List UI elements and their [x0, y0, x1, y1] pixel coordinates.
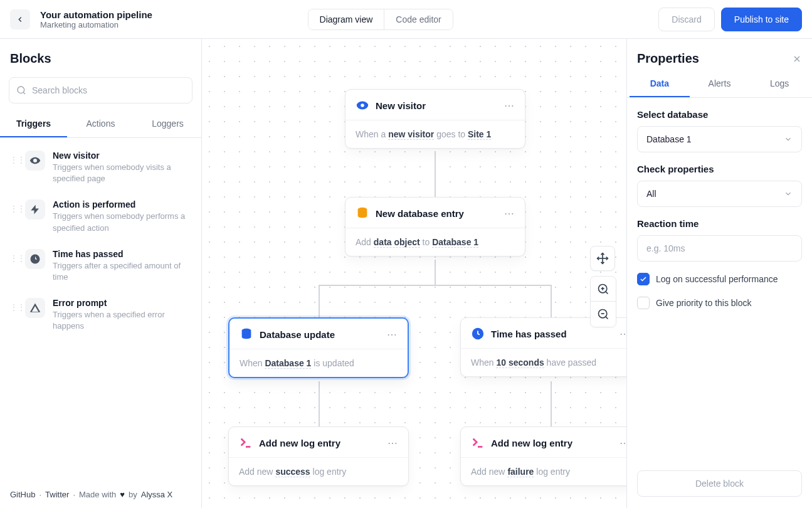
footer-author-link[interactable]: Alyssa X — [141, 490, 173, 499]
node-log-failure[interactable]: Add new log entry ⋯ Add new failure log … — [460, 426, 626, 486]
select-value: Database 1 — [646, 134, 692, 144]
block-new-visitor[interactable]: ⋮⋮ New visitor Triggers when somebody vi… — [0, 143, 201, 192]
delete-block-button[interactable]: Delete block — [637, 470, 802, 497]
check-properties-dropdown[interactable]: All — [637, 181, 802, 207]
view-switcher: Diagram view Code editor — [308, 9, 453, 30]
node-log-success[interactable]: Add new log entry ⋯ Add new success log … — [228, 426, 409, 486]
node-title: Add new log entry — [259, 438, 381, 448]
node-menu-button[interactable]: ⋯ — [504, 100, 515, 112]
database-icon — [356, 206, 369, 220]
log-success-checkbox[interactable] — [637, 273, 650, 285]
zoom-in-icon — [597, 283, 609, 295]
page-title-block: Your automation pipeline Marketing autom… — [40, 9, 152, 29]
priority-label: Give priority to this block — [656, 298, 752, 308]
reaction-time-input[interactable] — [637, 235, 802, 262]
svg-line-13 — [606, 291, 608, 294]
node-body: Add data object to Database 1 — [345, 228, 525, 256]
zoom-out-icon — [597, 308, 609, 320]
tab-logs[interactable]: Logs — [749, 71, 809, 97]
node-body: Add new success log entry — [229, 458, 408, 485]
clock-icon — [25, 249, 45, 269]
block-action-performed[interactable]: ⋮⋮ Action is performed Triggers when som… — [0, 192, 201, 241]
tab-diagram-view[interactable]: Diagram view — [308, 9, 385, 29]
tab-actions[interactable]: Actions — [67, 111, 134, 137]
chevron-down-icon — [784, 135, 793, 144]
block-desc: Triggers when somebody visits a specifie… — [53, 162, 191, 184]
chevron-down-icon — [784, 189, 793, 198]
close-icon — [792, 54, 802, 64]
close-panel-button[interactable] — [792, 54, 802, 64]
block-desc: Triggers after a specified amount of tim… — [53, 260, 191, 283]
node-body: When 10 seconds have passed — [461, 349, 626, 376]
chevron-left-icon — [16, 15, 24, 24]
select-value: All — [646, 189, 656, 199]
node-body: Add new failure log entry — [461, 458, 626, 485]
node-menu-button[interactable]: ⋯ — [620, 328, 626, 340]
discard-button[interactable]: Discard — [658, 8, 714, 31]
block-title: Error prompt — [53, 298, 191, 308]
node-body: When Database 1 is updated — [229, 349, 408, 377]
block-time-passed[interactable]: ⋮⋮ Time has passed Triggers after a spec… — [0, 241, 201, 290]
zoom-out-button[interactable] — [591, 302, 616, 327]
footer-twitter-link[interactable]: Twitter — [45, 490, 69, 499]
page-subtitle: Marketing automation — [40, 20, 152, 29]
node-menu-button[interactable]: ⋯ — [620, 437, 626, 449]
publish-button[interactable]: Publish to site — [721, 8, 802, 31]
node-title: Add new log entry — [491, 438, 613, 448]
svg-point-4 — [361, 103, 364, 107]
properties-heading: Properties — [637, 51, 699, 66]
select-database-dropdown[interactable]: Database 1 — [637, 126, 802, 152]
node-menu-button[interactable]: ⋯ — [504, 208, 515, 220]
terminal-icon — [239, 436, 253, 450]
block-desc: Triggers when a specified error happens — [53, 309, 191, 332]
footer-by: by — [129, 490, 137, 499]
database-icon — [240, 327, 253, 341]
node-new-database-entry[interactable]: New database entry ⋯ Add data object to … — [345, 197, 525, 257]
log-success-label: Log on successful performance — [656, 274, 778, 284]
tab-code-editor[interactable]: Code editor — [384, 9, 452, 29]
drag-handle-icon: ⋮⋮ — [10, 249, 18, 283]
reaction-time-label: Reaction time — [637, 218, 802, 229]
node-new-visitor[interactable]: New visitor ⋯ When a new visitor goes to… — [345, 89, 525, 149]
node-database-update[interactable]: Database update ⋯ When Database 1 is upd… — [228, 317, 409, 378]
heart-icon: ♥ — [120, 490, 125, 499]
check-properties-label: Check properties — [637, 164, 802, 174]
block-title: New visitor — [53, 151, 191, 161]
block-error-prompt[interactable]: ⋮⋮ Error prompt Triggers when a specifie… — [0, 290, 201, 339]
move-icon — [596, 252, 609, 265]
tab-triggers[interactable]: Triggers — [0, 111, 67, 137]
block-title: Action is performed — [53, 199, 191, 209]
eye-icon — [25, 151, 45, 171]
warning-icon — [25, 298, 45, 318]
back-button[interactable] — [10, 9, 30, 29]
svg-line-17 — [606, 317, 608, 319]
terminal-icon — [471, 436, 485, 450]
footer: GitHub · Twitter · Made with ♥ by Alyssa… — [0, 481, 201, 508]
node-menu-button[interactable]: ⋯ — [388, 437, 398, 449]
search-input[interactable] — [9, 77, 192, 103]
block-desc: Triggers when somebody performs a specif… — [53, 211, 191, 233]
check-icon — [640, 275, 647, 283]
node-title: New database entry — [376, 208, 498, 219]
priority-checkbox[interactable] — [637, 297, 650, 309]
svg-line-1 — [23, 92, 25, 94]
tab-alerts[interactable]: Alerts — [690, 71, 750, 97]
move-canvas-button[interactable] — [590, 246, 615, 271]
node-menu-button[interactable]: ⋯ — [387, 329, 398, 341]
blocks-heading: Blocks — [10, 51, 51, 66]
bolt-icon — [25, 199, 45, 220]
page-title: Your automation pipeline — [40, 9, 152, 20]
node-title: New visitor — [376, 100, 498, 111]
clock-icon — [471, 327, 485, 341]
eye-icon — [356, 98, 369, 112]
search-icon — [16, 85, 26, 95]
footer-github-link[interactable]: GitHub — [10, 490, 35, 499]
tab-data[interactable]: Data — [630, 71, 690, 97]
node-title: Time has passed — [491, 329, 613, 339]
select-database-label: Select database — [637, 109, 802, 120]
footer-made: Made with — [79, 490, 116, 499]
drag-handle-icon: ⋮⋮ — [10, 151, 18, 184]
drag-handle-icon: ⋮⋮ — [10, 199, 18, 233]
tab-loggers[interactable]: Loggers — [134, 111, 201, 137]
zoom-in-button[interactable] — [591, 277, 616, 302]
